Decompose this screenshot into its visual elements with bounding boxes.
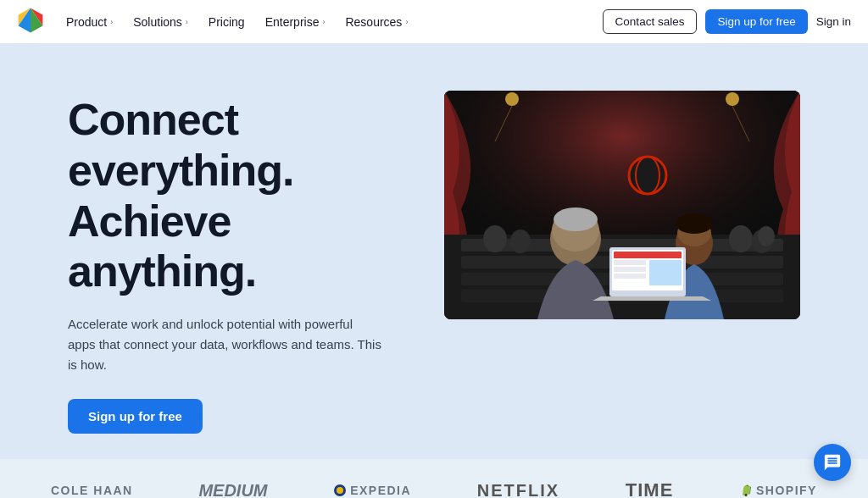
logo-shopify: shopify xyxy=(739,484,817,497)
svg-point-37 xyxy=(337,487,343,494)
contact-sales-button[interactable]: Contact sales xyxy=(603,9,698,34)
hero-subtext: Accelerate work and unlock potential wit… xyxy=(68,314,381,375)
nav-item-resources[interactable]: Resources › xyxy=(337,10,416,34)
shopify-icon xyxy=(739,484,753,497)
chat-icon xyxy=(823,453,842,472)
svg-point-31 xyxy=(483,225,507,252)
chevron-icon: › xyxy=(110,18,113,26)
nav-item-product[interactable]: Product › xyxy=(58,10,121,34)
signup-nav-button[interactable]: Sign up for free xyxy=(705,9,807,34)
logo-expedia: Expedia xyxy=(333,484,411,497)
nav-actions: Contact sales Sign up for free Sign in xyxy=(603,9,851,34)
chat-button[interactable] xyxy=(814,444,851,481)
svg-point-16 xyxy=(676,213,713,234)
logo[interactable] xyxy=(17,7,58,37)
logo-netflix: NETFLIX xyxy=(477,481,559,498)
hero-heading: Connect everything. Achieve anything. xyxy=(68,95,381,297)
chevron-icon: › xyxy=(322,18,325,26)
svg-point-32 xyxy=(510,230,531,253)
hero-section: Connect everything. Achieve anything. Ac… xyxy=(0,44,868,459)
navbar: Product › Solutions › Pricing Enterprise… xyxy=(0,0,868,44)
svg-point-35 xyxy=(758,226,775,246)
svg-point-28 xyxy=(726,92,739,106)
nav-item-pricing[interactable]: Pricing xyxy=(200,10,253,34)
svg-point-13 xyxy=(554,208,598,231)
chevron-icon: › xyxy=(405,18,408,26)
svg-point-33 xyxy=(729,225,753,252)
signup-hero-button[interactable]: Sign up for free xyxy=(68,399,203,434)
svg-point-27 xyxy=(505,92,519,106)
svg-rect-20 xyxy=(614,260,646,265)
svg-rect-21 xyxy=(614,267,646,272)
hero-content: Connect everything. Achieve anything. Ac… xyxy=(68,86,381,434)
signin-button[interactable]: Sign in xyxy=(816,15,851,28)
nav-links: Product › Solutions › Pricing Enterprise… xyxy=(58,10,603,34)
hero-image-container xyxy=(444,91,800,319)
logo-medium: Medium xyxy=(198,481,267,498)
svg-rect-19 xyxy=(614,252,682,258)
logos-bar: COLE HAAN Medium Expedia NETFLIX TIME sh… xyxy=(0,459,868,498)
svg-rect-22 xyxy=(614,274,646,279)
logo-time: TIME xyxy=(626,479,674,498)
hero-image xyxy=(444,91,800,319)
svg-point-38 xyxy=(745,494,748,496)
nav-item-solutions[interactable]: Solutions › xyxy=(125,10,197,34)
chevron-icon: › xyxy=(186,18,188,26)
logo-cole-haan: COLE HAAN xyxy=(51,484,133,497)
expedia-icon xyxy=(333,484,347,497)
nav-item-enterprise[interactable]: Enterprise › xyxy=(257,10,334,34)
svg-rect-23 xyxy=(649,260,682,285)
